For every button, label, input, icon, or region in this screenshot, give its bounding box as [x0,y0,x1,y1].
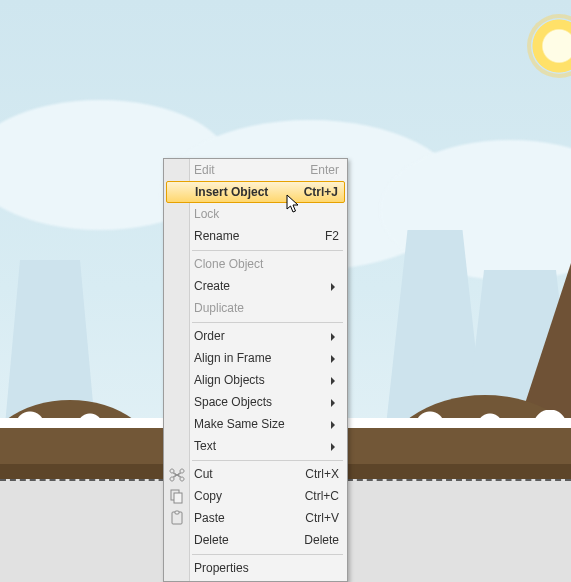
menu-label: Align in Frame [194,351,271,365]
menu-item-paste[interactable]: Paste Ctrl+V [164,507,347,529]
scissors-icon [169,466,185,482]
menu-item-copy[interactable]: Copy Ctrl+C [164,485,347,507]
menu-shortcut: Enter [310,159,339,181]
menu-item-text[interactable]: Text [164,435,347,457]
svg-rect-3 [175,511,179,514]
menu-item-duplicate[interactable]: Duplicate [164,297,347,319]
menu-shortcut: Ctrl+V [305,507,339,529]
menu-label: Create [194,279,230,293]
menu-item-space-objects[interactable]: Space Objects [164,391,347,413]
menu-item-delete[interactable]: Delete Delete [164,529,347,551]
menu-label: Align Objects [194,373,265,387]
menu-label: Copy [194,489,222,503]
context-menu: Edit Enter Insert Object Ctrl+J Lock Ren… [163,158,348,582]
menu-shortcut: Ctrl+J [304,182,338,202]
menu-shortcut: Ctrl+X [305,463,339,485]
menu-item-align-objects[interactable]: Align Objects [164,369,347,391]
menu-label: Make Same Size [194,417,285,431]
menu-item-insert-object[interactable]: Insert Object Ctrl+J [166,181,345,203]
editor-canvas[interactable]: Edit Enter Insert Object Ctrl+J Lock Ren… [0,0,571,582]
menu-item-lock[interactable]: Lock [164,203,347,225]
menu-label: Order [194,329,225,343]
menu-label: Rename [194,229,239,243]
menu-label: Text [194,439,216,453]
menu-label: Space Objects [194,395,272,409]
menu-label: Delete [194,533,229,547]
menu-item-clone-object[interactable]: Clone Object [164,253,347,275]
menu-shortcut: F2 [325,225,339,247]
menu-item-edit[interactable]: Edit Enter [164,159,347,181]
menu-item-order[interactable]: Order [164,325,347,347]
menu-item-align-in-frame[interactable]: Align in Frame [164,347,347,369]
menu-label: Lock [194,207,219,221]
menu-item-make-same-size[interactable]: Make Same Size [164,413,347,435]
menu-shortcut: Ctrl+C [305,485,339,507]
menu-label: Insert Object [195,185,268,199]
menu-item-rename[interactable]: Rename F2 [164,225,347,247]
paste-icon [169,510,185,526]
menu-label: Duplicate [194,301,244,315]
copy-icon [169,488,185,504]
menu-label: Edit [194,163,215,177]
menu-item-properties[interactable]: Properties [164,557,347,579]
menu-item-cut[interactable]: Cut Ctrl+X [164,463,347,485]
menu-item-create[interactable]: Create [164,275,347,297]
menu-shortcut: Delete [304,529,339,551]
menu-label: Cut [194,467,213,481]
menu-label: Clone Object [194,257,263,271]
menu-label: Properties [194,561,249,575]
menu-label: Paste [194,511,225,525]
svg-rect-1 [174,493,182,503]
